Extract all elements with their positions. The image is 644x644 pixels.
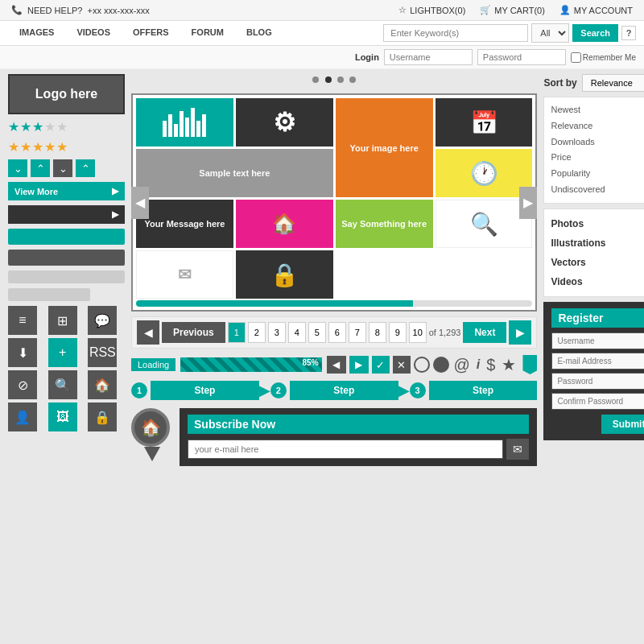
type-photos[interactable]: Photos (551, 214, 644, 233)
chat-icon[interactable]: 💬 (88, 306, 117, 335)
login-row: Login Remember Me (0, 46, 644, 69)
page-of: of (429, 328, 436, 337)
tab-forum[interactable]: FORUM (180, 21, 235, 45)
page-7[interactable]: 7 (349, 322, 366, 343)
image-icon[interactable]: 🖼 (48, 402, 77, 431)
help-icon[interactable]: ? (621, 26, 636, 40)
circle-filled[interactable] (433, 357, 449, 373)
search-input[interactable] (383, 24, 528, 42)
mosaic-prev-btn[interactable]: ◀ (131, 187, 149, 219)
page-first-btn[interactable]: ◀ (137, 320, 159, 345)
type-vectors[interactable]: Vectors (551, 253, 644, 272)
sort-undiscovered[interactable]: Undiscovered (551, 182, 644, 198)
search-area: All Search ? (383, 23, 636, 43)
tab-images[interactable]: IMAGES (8, 21, 65, 45)
view-more-button[interactable]: View More ▶ (8, 182, 125, 200)
sort-price[interactable]: Price (551, 150, 644, 166)
register-confirm[interactable] (551, 393, 644, 410)
up-teal-btn[interactable]: ⌃ (76, 159, 95, 177)
arrow-right-icon: ▶ (112, 186, 118, 196)
email-icon: ✉ (178, 265, 192, 284)
check-button[interactable]: ✓ (372, 356, 390, 374)
star-2: ★ (20, 119, 31, 134)
page-1[interactable]: 1 (228, 322, 246, 343)
light-progress-bar (8, 270, 125, 283)
page-4[interactable]: 4 (288, 322, 306, 343)
page-total: 1,293 (439, 328, 461, 337)
next-button[interactable]: Next (463, 322, 506, 343)
subscribe-send-button[interactable]: ✉ (506, 439, 529, 460)
lock-icon[interactable]: 🔒 (88, 402, 117, 431)
page-5[interactable]: 5 (308, 322, 326, 343)
rss-icon[interactable]: RSS (88, 338, 117, 367)
account-link[interactable]: 👤 MY ACCOUNT (559, 5, 633, 15)
x-button[interactable]: ✕ (393, 356, 411, 374)
login-label: Login (355, 52, 379, 62)
search-button[interactable]: Search (572, 24, 618, 42)
sort-popularity[interactable]: Popularity (551, 166, 644, 182)
star-special-icon: ★ (502, 355, 516, 374)
submit-button[interactable]: Submit (601, 415, 644, 434)
page-2[interactable]: 2 (248, 322, 266, 343)
cart-link[interactable]: 🛒 MY CART(0) (480, 5, 545, 15)
step-arrow-2: ▶ (398, 382, 410, 399)
stars-orange: ★ ★ ★ ★ ★ (8, 139, 68, 155)
down-arrow-btn[interactable]: ⌄ (8, 159, 27, 177)
media-next-btn[interactable]: ▶ (349, 356, 369, 374)
password-field[interactable] (477, 49, 566, 65)
home-icon[interactable]: 🏠 (88, 370, 117, 399)
sort-select[interactable]: Relevance Newest Downloads Price Popular… (582, 74, 644, 92)
download-icon[interactable]: ⬇ (8, 338, 37, 367)
pin-house-icon: 🏠 (131, 408, 170, 447)
no-icon[interactable]: ⊘ (8, 370, 37, 399)
sort-downloads[interactable]: Downloads (551, 134, 644, 151)
register-email[interactable] (551, 353, 644, 369)
username-field[interactable] (384, 49, 473, 65)
dot-2[interactable] (325, 76, 332, 83)
lightbox-link[interactable]: ☆ LIGHTBOX(0) (398, 5, 465, 15)
sort-row: Sort by Relevance Newest Downloads Price… (543, 74, 644, 92)
sort-relevance[interactable]: Relevance (551, 118, 644, 134)
page-3[interactable]: 3 (268, 322, 286, 343)
tab-offers[interactable]: OFFERS (122, 21, 180, 45)
mosaic-next-btn[interactable]: ▶ (519, 187, 537, 219)
register-username[interactable] (551, 332, 644, 349)
grid-icon[interactable]: ⊞ (48, 306, 77, 335)
page-10[interactable]: 10 (409, 322, 427, 343)
page-last-btn[interactable]: ▶ (509, 320, 531, 345)
dark-arrow-button[interactable]: ▶ (8, 205, 125, 224)
plus-icon[interactable]: + (48, 338, 77, 367)
down-dark-btn[interactable]: ⌄ (53, 159, 72, 177)
search-icon[interactable]: 🔍 (48, 370, 77, 399)
page-6[interactable]: 6 (328, 322, 346, 343)
pin-tail (144, 447, 160, 461)
person-icon[interactable]: 👤 (8, 402, 37, 431)
at-icon: @ (454, 356, 470, 374)
mosaic-say-cell: Say Something here (336, 200, 433, 248)
circle-empty[interactable] (414, 357, 430, 373)
page-9[interactable]: 9 (389, 322, 407, 343)
loading-bar: 85% (180, 357, 321, 372)
media-prev-btn[interactable]: ◀ (327, 356, 346, 374)
pagination: ◀ Previous 1 2 3 4 5 6 7 8 9 10 of 1,293… (131, 316, 537, 349)
up-arrow-btn[interactable]: ⌃ (31, 159, 50, 177)
type-illustrations[interactable]: Illustrations (551, 233, 644, 253)
list-icon[interactable]: ≡ (8, 306, 37, 335)
subscribe-email-field[interactable] (188, 440, 503, 459)
search-dropdown[interactable]: All (531, 23, 569, 43)
tab-videos[interactable]: VIDEOS (65, 21, 122, 45)
register-password[interactable] (551, 373, 644, 390)
remember-me[interactable]: Remember Me (571, 52, 636, 63)
step-3-label: Step (429, 381, 538, 400)
previous-button[interactable]: Previous (162, 322, 225, 343)
step-1: 1 Step (131, 381, 259, 400)
dot-1[interactable] (312, 76, 319, 83)
page-8[interactable]: 8 (369, 322, 386, 343)
sort-newest[interactable]: Newest (551, 102, 644, 118)
type-videos[interactable]: Videos (551, 272, 644, 291)
subscribe-box: Subscribe Now ✉ (180, 408, 537, 466)
remember-checkbox[interactable] (571, 52, 581, 63)
tab-blog[interactable]: BLOG (235, 21, 283, 45)
dot-3[interactable] (337, 76, 344, 83)
dot-4[interactable] (349, 76, 356, 83)
